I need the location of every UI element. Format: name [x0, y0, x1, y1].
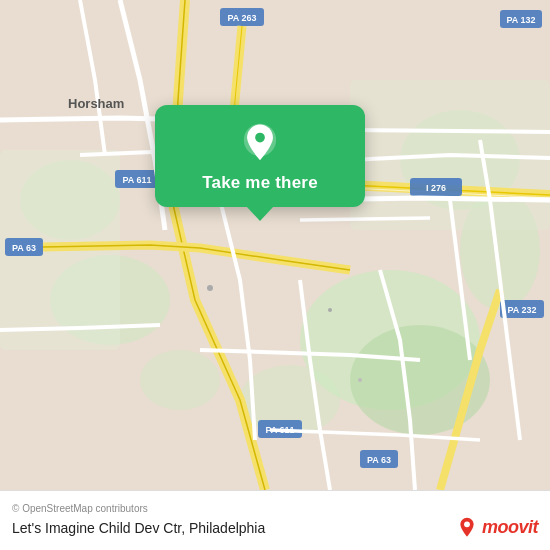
map-container: I 276 PA 132 PA 263 PA 611 PA 611 PA 63 … — [0, 0, 550, 490]
svg-text:PA 232: PA 232 — [507, 305, 536, 315]
svg-text:PA 263: PA 263 — [227, 13, 256, 23]
bottom-location-row: Let's Imagine Child Dev Ctr, Philadelphi… — [12, 517, 538, 539]
map-svg: I 276 PA 132 PA 263 PA 611 PA 611 PA 63 … — [0, 0, 550, 490]
moovit-pin-icon — [456, 517, 478, 539]
moovit-logo: moovit — [456, 517, 538, 539]
svg-point-29 — [328, 308, 332, 312]
svg-text:PA 63: PA 63 — [12, 243, 36, 253]
svg-text:Horsham: Horsham — [68, 96, 124, 111]
copyright-text: © OpenStreetMap contributors — [12, 503, 538, 514]
moovit-brand-text: moovit — [482, 517, 538, 538]
svg-point-33 — [255, 133, 265, 143]
svg-point-30 — [358, 378, 362, 382]
svg-text:PA 611: PA 611 — [122, 175, 151, 185]
location-pin-icon — [239, 123, 281, 165]
popup-card: Take me there — [155, 105, 365, 207]
svg-point-34 — [464, 521, 470, 527]
take-me-there-button[interactable]: Take me there — [202, 173, 318, 193]
location-label: Let's Imagine Child Dev Ctr, Philadelphi… — [12, 520, 265, 536]
svg-point-8 — [140, 350, 220, 410]
bottom-bar: © OpenStreetMap contributors Let's Imagi… — [0, 490, 550, 550]
svg-text:PA 132: PA 132 — [506, 15, 535, 25]
svg-text:I 276: I 276 — [426, 183, 446, 193]
svg-point-28 — [207, 285, 213, 291]
svg-text:PA 63: PA 63 — [367, 455, 391, 465]
